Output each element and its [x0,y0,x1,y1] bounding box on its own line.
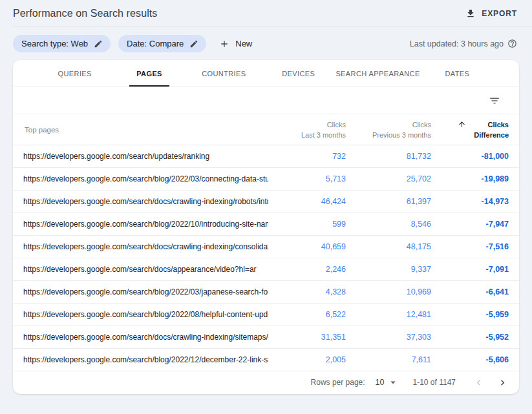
next-page-button[interactable] [495,375,510,390]
clicks-difference-lines: Clicks Difference [474,119,509,140]
table-row[interactable]: https://developers.google.com/search/doc… [13,258,519,281]
tab-queries[interactable]: QUERIES [37,60,112,87]
tab-pages-label: PAGES [136,70,162,78]
clicks-previous-value: 61,397 [346,197,431,206]
clicks-last-value: 46,424 [268,197,346,206]
clicks-difference-value: -5,959 [431,310,509,319]
tab-search-appearance[interactable]: SEARCH APPEARANCE [335,60,420,87]
clicks-difference-value: -7,091 [431,265,509,274]
filter-chips-group: Search type: Web Date: Compare New [13,35,252,52]
tab-countries-label: COUNTRIES [202,70,246,78]
table-row[interactable]: https://developers.google.com/search/blo… [13,349,519,371]
clicks-difference-value: -7,516 [431,242,509,251]
page-url: https://developers.google.com/search/blo… [23,174,268,183]
table-row[interactable]: https://developers.google.com/search/blo… [13,304,519,326]
page-url: https://developers.google.com/search/blo… [23,287,268,296]
last-updated: Last updated: 3 hours ago [410,39,517,48]
filter-icon [489,95,500,107]
clicks-last-line2: Last 3 months [268,130,346,140]
new-filter-button[interactable]: New [219,39,252,49]
page-url: https://developers.google.com/search/doc… [23,242,268,251]
table-row[interactable]: https://developers.google.com/search/blo… [13,213,519,236]
table-row[interactable]: https://developers.google.com/search/upd… [13,145,519,168]
tab-search-appearance-label: SEARCH APPEARANCE [335,70,420,78]
clicks-last-value: 31,351 [268,333,346,342]
table-row[interactable]: https://developers.google.com/search/blo… [13,168,519,191]
page-url: https://developers.google.com/search/doc… [23,265,268,274]
previous-page-button[interactable] [471,375,486,390]
clicks-difference-value: -19,989 [431,174,509,183]
tab-dates-label: DATES [445,70,469,78]
clicks-last-value: 2,246 [268,265,346,274]
chevron-right-icon [497,377,508,388]
clicks-last-value: 4,328 [268,287,346,296]
download-icon [465,8,476,19]
pencil-icon [94,39,103,48]
table-row[interactable]: https://developers.google.com/search/doc… [13,236,519,258]
column-header-clicks-difference[interactable]: Clicks Difference [431,119,509,140]
clicks-last-value: 732 [268,152,346,161]
page-url: https://developers.google.com/search/upd… [23,152,268,161]
export-label: EXPORT [482,9,517,18]
page-url: https://developers.google.com/search/doc… [23,333,268,342]
clicks-last-value: 40,659 [268,242,346,251]
table-row[interactable]: https://developers.google.com/search/doc… [13,326,519,349]
date-compare-chip-label: Date: Compare [127,39,184,48]
clicks-last-value: 599 [268,220,346,229]
page-url: https://developers.google.com/search/doc… [23,197,268,206]
arrow-up-icon [458,120,466,140]
clicks-previous-value: 48,175 [346,242,431,251]
rows-per-page-select[interactable]: 10 [376,377,399,388]
new-filter-label: New [235,39,252,48]
export-button[interactable]: EXPORT [465,8,517,19]
pagination-range: 1-10 of 1147 [413,378,456,387]
dropdown-arrow-icon [387,377,399,388]
top-bar: Performance on Search results EXPORT [0,0,532,27]
search-type-chip[interactable]: Search type: Web [13,35,111,52]
plus-icon [219,39,229,49]
filter-table-button[interactable] [487,93,502,109]
clicks-last-value: 2,005 [268,355,346,364]
tab-devices[interactable]: DEVICES [261,60,335,87]
tab-countries[interactable]: COUNTRIES [187,60,261,87]
help-icon[interactable] [507,39,517,48]
column-header-clicks-last[interactable]: Clicks Last 3 months [268,119,346,140]
clicks-difference-line2: Difference [474,130,509,140]
clicks-difference-value: -7,947 [431,220,509,229]
last-updated-text: Last updated: 3 hours ago [410,39,504,48]
tab-pages[interactable]: PAGES [112,60,186,87]
clicks-difference-line1: Clicks [474,119,509,130]
clicks-difference-value: -6,641 [431,287,509,296]
tab-dates[interactable]: DATES [420,60,495,87]
page-title: Performance on Search results [13,8,157,19]
column-header-clicks-previous[interactable]: Clicks Previous 3 months [346,119,431,140]
clicks-last-value: 5,713 [268,174,346,183]
page-url: https://developers.google.com/search/blo… [23,355,268,364]
table-header-row: Top pages Clicks Last 3 months Clicks Pr… [13,114,519,145]
clicks-previous-line1: Clicks [346,119,431,130]
clicks-previous-value: 8,546 [346,220,431,229]
clicks-previous-value: 12,481 [346,310,431,319]
column-header-top-pages[interactable]: Top pages [23,126,268,134]
pencil-icon [189,39,198,48]
clicks-difference-value: -81,000 [431,152,509,161]
search-console-performance-page: Performance on Search results EXPORT Sea… [0,0,532,414]
clicks-difference-value: -14,973 [431,197,509,206]
rows-per-page-value: 10 [376,378,385,387]
page-url: https://developers.google.com/search/blo… [23,310,268,319]
table-pagination: Rows per page: 10 1-10 of 1147 [13,371,519,393]
clicks-previous-value: 10,969 [346,287,431,296]
clicks-previous-value: 81,732 [346,152,431,161]
clicks-previous-value: 7,611 [346,355,431,364]
clicks-last-value: 6,522 [268,310,346,319]
date-compare-chip[interactable]: Date: Compare [118,35,206,52]
table-toolbar [13,87,519,114]
chevron-left-icon [473,377,484,388]
table-row[interactable]: https://developers.google.com/search/blo… [13,281,519,304]
clicks-previous-value: 25,702 [346,174,431,183]
search-type-chip-label: Search type: Web [21,39,88,48]
table-row[interactable]: https://developers.google.com/search/doc… [13,191,519,213]
page-url: https://developers.google.com/search/blo… [23,220,268,229]
tab-devices-label: DEVICES [282,70,315,78]
clicks-previous-line2: Previous 3 months [346,130,431,140]
